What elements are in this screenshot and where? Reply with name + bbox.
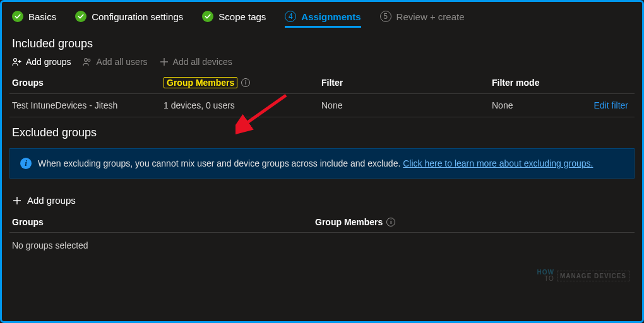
check-icon <box>75 11 86 22</box>
wizard-steps: Basics Configuration settings Scope tags… <box>9 7 635 28</box>
step-assignments[interactable]: 4 Assignments <box>285 11 361 28</box>
add-users-icon <box>83 57 93 67</box>
banner-message: When excluding groups, you cannot mix us… <box>38 158 403 168</box>
plus-icon <box>159 57 169 67</box>
step-configuration-settings[interactable]: Configuration settings <box>75 11 183 22</box>
col-group-members-label: Group Members <box>315 217 383 227</box>
excluded-add-groups-label: Add groups <box>27 195 76 206</box>
info-banner: i When excluding groups, you cannot mix … <box>9 148 635 179</box>
check-icon <box>202 11 213 22</box>
step-number: 4 <box>285 11 296 22</box>
step-number: 5 <box>380 11 391 22</box>
step-label: Scope tags <box>218 11 266 22</box>
watermark-to: TO <box>537 276 554 282</box>
col-groups: Groups <box>12 217 315 227</box>
step-basics[interactable]: Basics <box>12 11 56 22</box>
add-all-users-label: Add all users <box>97 57 148 67</box>
watermark-brand: MANAGE DEVICES <box>557 271 629 281</box>
excluded-groups-title: Excluded groups <box>12 126 635 139</box>
add-all-devices-button[interactable]: Add all devices <box>159 57 232 67</box>
check-icon <box>12 11 23 22</box>
step-scope-tags[interactable]: Scope tags <box>202 11 266 22</box>
col-group-members: Group Members i <box>164 77 321 88</box>
svg-point-0 <box>14 59 17 62</box>
cell-filter: None <box>321 100 492 110</box>
svg-point-2 <box>88 59 90 62</box>
step-label: Configuration settings <box>92 11 183 22</box>
step-label: Basics <box>28 11 56 22</box>
table-row: Test IntuneDevices - Jitesh 1 devices, 0… <box>9 94 635 117</box>
step-review-create[interactable]: 5 Review + create <box>380 11 465 22</box>
no-groups-text: No groups selected <box>9 233 635 258</box>
included-action-bar: Add groups Add all users Add all devices <box>9 57 635 72</box>
plus-icon <box>12 196 22 206</box>
watermark: HOW TO MANAGE DEVICES <box>537 269 629 282</box>
step-label: Review + create <box>397 11 465 22</box>
excluded-add-groups-button[interactable]: Add groups <box>12 195 635 206</box>
banner-learn-more-link[interactable]: Click here to learn more about excluding… <box>403 158 593 168</box>
banner-text: When excluding groups, you cannot mix us… <box>38 158 593 168</box>
info-icon[interactable]: i <box>386 218 395 226</box>
edit-filter-link[interactable]: Edit filter <box>594 100 628 110</box>
col-filter: Filter <box>321 78 492 88</box>
excluded-table-header: Groups Group Members i <box>9 212 635 233</box>
add-group-icon <box>12 57 22 67</box>
included-table-header: Groups Group Members i Filter Filter mod… <box>9 72 635 94</box>
col-groups: Groups <box>12 78 164 88</box>
info-icon: i <box>20 158 32 169</box>
cell-filter-mode: None <box>492 100 580 110</box>
step-label: Assignments <box>301 11 361 22</box>
add-all-devices-label: Add all devices <box>173 57 232 67</box>
add-all-users-button[interactable]: Add all users <box>83 57 148 67</box>
info-icon[interactable]: i <box>241 78 250 87</box>
col-group-members-label: Group Members <box>164 77 237 88</box>
cell-group-name: Test IntuneDevices - Jitesh <box>12 100 164 110</box>
col-group-members: Group Members i <box>315 217 395 227</box>
included-groups-title: Included groups <box>12 37 635 50</box>
col-filter-mode: Filter mode <box>492 78 580 88</box>
cell-group-members: 1 devices, 0 users <box>164 100 321 110</box>
svg-point-1 <box>84 59 87 62</box>
add-groups-button[interactable]: Add groups <box>12 57 71 67</box>
add-groups-label: Add groups <box>26 57 71 67</box>
